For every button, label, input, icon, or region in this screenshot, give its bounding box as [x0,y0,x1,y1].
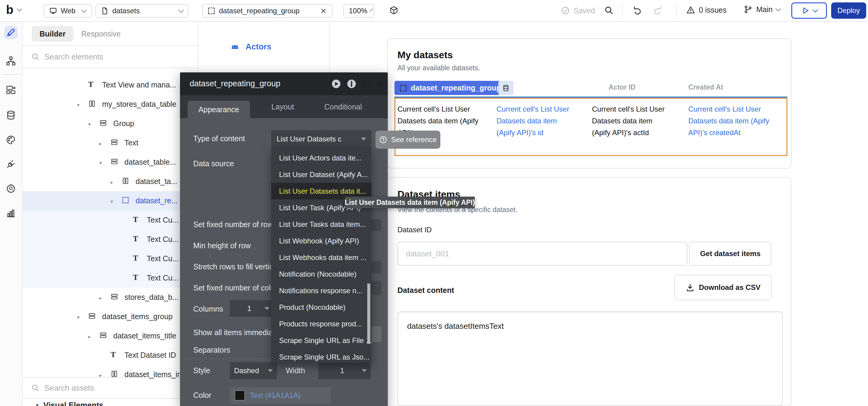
menu-scrollbar[interactable] [367,283,370,344]
tree-item-my-stores-data-table[interactable]: ▾my_stores_data_table [22,95,198,114]
get-dataset-items-label: Get dataset items [700,249,761,258]
color-swatch[interactable] [235,390,245,401]
builder-tab[interactable]: Builder [32,26,73,42]
chevron-right-icon[interactable]: ▸ [99,141,102,147]
sitemap-icon[interactable] [4,54,18,68]
tree-item-text[interactable]: ▸Text [22,133,198,153]
datasource-chip[interactable] [498,81,514,95]
width-label: Width [286,366,305,375]
database-icon[interactable] [4,109,18,122]
platform-select[interactable]: Web [44,4,92,18]
close-icon[interactable] [320,7,327,14]
see-reference-button[interactable]: See reference [375,131,440,149]
chevron-down-icon[interactable]: ▾ [77,314,80,320]
tree-item-dataset-table[interactable]: ▾dataset_table... [22,153,198,172]
tree-item-dataset-items-title[interactable]: ▸dataset_items_title [22,326,198,346]
checkbox-fragment[interactable] [371,326,381,342]
chevron-down-icon[interactable]: ▾ [77,102,80,108]
responsive-tab[interactable]: Responsive [81,26,121,42]
get-dataset-items-button[interactable]: Get dataset items [689,242,771,266]
redo-icon[interactable] [653,5,663,15]
issues-label: 0 issues [699,6,727,14]
tree-item-text-cu[interactable]: TText Cu... [22,230,198,249]
separator-color-field[interactable]: Text (#1A1A1A) [230,387,331,404]
tree-item-label: Text Datasets [102,68,148,70]
plug-icon[interactable] [4,158,18,171]
dataset-id-input[interactable]: dataset_001 [398,242,687,266]
menu-option-1[interactable]: List User Actors data ite... [271,149,371,166]
tree-item-stores-data-b[interactable]: ▸stores_data_b... [22,288,198,307]
chevron-down-icon[interactable]: ▾ [88,121,91,128]
columns-stepper[interactable]: 1 [230,300,274,317]
chevron-down-icon[interactable]: ▾ [111,199,113,205]
info-icon[interactable] [346,79,357,89]
page-select[interactable]: datasets [95,4,188,18]
dataset-content-box[interactable]: datasets's datasetItemsText [398,311,783,406]
menu-option-5[interactable]: List User Tasks data item... [271,216,371,233]
app-menu[interactable]: b [6,3,22,16]
menu-option-6[interactable]: List Webhook (Apify API) [271,233,371,249]
tree-item-group[interactable]: ▾Group [22,114,198,133]
preview-icon[interactable] [331,79,341,89]
close-icon[interactable] [377,80,385,88]
tree-item-label: dataset_re... [135,196,178,205]
property-editor-titlebar[interactable]: dataset_repeating_group [180,72,388,95]
menu-option-11[interactable]: Products response prod... [271,315,371,332]
tree-item-dataset-ta[interactable]: ▸dataset_ta... [22,172,198,191]
download-csv-button[interactable]: Download as CSV [674,275,772,300]
separator-width-stepper[interactable]: 1 [318,362,371,379]
gear-icon[interactable] [4,181,18,195]
chevron-right-icon[interactable]: ▸ [111,179,113,185]
menu-option-9[interactable]: Notifications response n... [271,282,371,299]
chevron-down-icon [268,369,273,372]
tree-item-dataset-re[interactable]: ▾dataset_re... [22,191,198,210]
tab-layout[interactable]: Layout [265,95,301,118]
group-rows-icon [88,312,96,320]
tab-conditional[interactable]: Conditional [317,95,369,118]
search-elements-input[interactable]: Search elements [31,46,194,68]
deploy-button[interactable]: Deploy [831,2,866,19]
text-element-icon: T [133,254,138,262]
checkbox-fragment[interactable] [371,281,381,295]
components-icon[interactable] [4,83,18,97]
menu-option-10[interactable]: Product (Nocodable) [271,299,371,315]
menu-option-13[interactable]: Scrape Single URL as Jso... [271,349,371,363]
checkbox-fragment[interactable] [371,219,381,231]
comment-icon[interactable] [362,79,371,89]
tree-item-text-view-and-mana[interactable]: TText View and mana... [22,75,198,95]
search-assets-input[interactable]: Search assets [31,378,194,398]
pencil-icon[interactable] [4,26,18,39]
preview-button[interactable] [791,2,827,19]
chart-icon[interactable] [4,206,18,219]
chevron-down-icon[interactable]: ▾ [99,160,102,166]
menu-option-2[interactable]: List User Dataset (Apify A... [271,166,371,183]
search-icon[interactable] [604,5,614,15]
nav-actors[interactable]: Actors [230,42,272,52]
menu-option-7[interactable]: List Webhooks data item ... [271,249,371,266]
tab-appearance[interactable]: Appearance [188,101,250,118]
tree-item-text-dataset-id[interactable]: TText Dataset ID [22,346,198,365]
zoom-select[interactable]: 100% [343,4,374,18]
tree-item-text-datasets[interactable]: TText Datasets [22,68,198,75]
tree-item-text-cu[interactable]: TText Cu... [22,268,198,288]
selected-element-chip[interactable]: dataset_repeating_group [395,81,506,95]
chevron-right-icon[interactable]: ▸ [99,295,102,301]
tree-item-dataset-items-group[interactable]: ▾dataset_items_group [22,307,198,326]
checkbox-fragment[interactable] [371,261,381,273]
package-icon[interactable] [389,5,399,15]
repeating-group-outline[interactable] [395,98,787,156]
undo-icon[interactable] [632,5,642,15]
menu-option-12[interactable]: Scrape Single URL as File ... [271,332,371,349]
tree-item-text-cu[interactable]: TText Cu... [22,249,198,268]
menu-option-8[interactable]: Notification (Nocodable) [271,266,371,282]
visual-elements-section[interactable]: ▾ Visual Elements [36,401,103,406]
separator-style-select[interactable]: Dashed [230,362,277,379]
property-editor-tabs: Appearance Layout Conditional [180,95,388,118]
chevron-right-icon[interactable]: ▸ [88,334,91,340]
branch-select[interactable]: Main [744,5,780,14]
palette-icon[interactable] [4,133,18,146]
tree-item-text-cu[interactable]: TText Cu... [22,210,198,230]
element-tab[interactable]: dataset_repeating_group [202,4,333,18]
issues-button[interactable]: 0 issues [686,5,727,14]
type-of-content-select[interactable]: List User Datasets c [271,130,371,148]
